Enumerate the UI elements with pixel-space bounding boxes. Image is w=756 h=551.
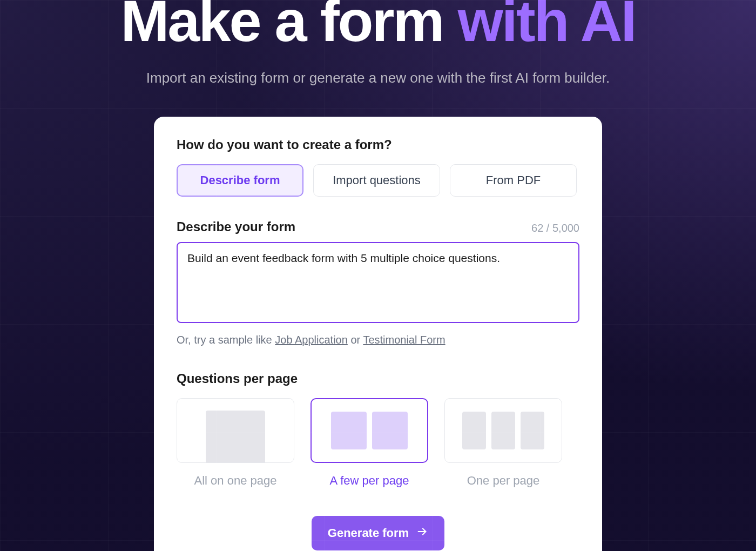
describe-label: Describe your form bbox=[177, 219, 295, 234]
layout-shape bbox=[491, 412, 515, 449]
questions-per-page-label: Questions per page bbox=[177, 371, 579, 386]
tab-from-pdf[interactable]: From PDF bbox=[450, 164, 577, 197]
hero: Make a form with AI Import an existing f… bbox=[0, 0, 756, 86]
layout-shape bbox=[462, 412, 486, 449]
layout-shape bbox=[331, 412, 367, 449]
page-subtitle: Import an existing form or generate a ne… bbox=[0, 70, 756, 86]
layout-shape bbox=[372, 412, 408, 449]
cta-row: Generate form bbox=[177, 516, 579, 550]
create-method-tabs: Describe form Import questions From PDF bbox=[177, 164, 579, 197]
arrow-right-icon bbox=[416, 526, 428, 541]
title-accent: with AI bbox=[458, 0, 636, 53]
form-builder-card: How do you want to create a form? Descri… bbox=[154, 117, 602, 551]
char-count: 62 / 5,000 bbox=[531, 222, 579, 234]
title-plain: Make a form bbox=[120, 0, 457, 53]
generate-form-button[interactable]: Generate form bbox=[312, 516, 444, 550]
layout-caption-one: One per page bbox=[444, 474, 562, 488]
generate-form-label: Generate form bbox=[328, 526, 409, 540]
sample-hint: Or, try a sample like Job Application or… bbox=[177, 334, 579, 346]
sample-link-job-application[interactable]: Job Application bbox=[275, 334, 348, 346]
describe-field-header: Describe your form 62 / 5,000 bbox=[177, 219, 579, 234]
describe-input[interactable]: Build an event feedback form with 5 mult… bbox=[177, 242, 579, 323]
layout-caption-all: All on one page bbox=[177, 474, 294, 488]
layout-caption-few: A few per page bbox=[310, 474, 428, 488]
page-title: Make a form with AI bbox=[0, 0, 756, 47]
hint-sep: or bbox=[348, 334, 363, 346]
layout-shape bbox=[521, 412, 544, 449]
layout-thumb-all bbox=[177, 398, 294, 463]
tab-describe-form[interactable]: Describe form bbox=[177, 164, 303, 197]
hint-prefix: Or, try a sample like bbox=[177, 334, 275, 346]
layout-option-few-per-page[interactable]: A few per page bbox=[310, 398, 428, 488]
layout-thumb-few bbox=[310, 398, 428, 463]
layout-option-all-one-page[interactable]: All on one page bbox=[177, 398, 294, 488]
layout-thumb-one bbox=[444, 398, 562, 463]
create-method-label: How do you want to create a form? bbox=[177, 137, 579, 152]
sample-link-testimonial-form[interactable]: Testimonial Form bbox=[363, 334, 445, 346]
layout-shape bbox=[206, 411, 265, 462]
tab-import-questions[interactable]: Import questions bbox=[313, 164, 440, 197]
layout-option-one-per-page[interactable]: One per page bbox=[444, 398, 562, 488]
layout-options: All on one page A few per page One per p… bbox=[177, 398, 579, 488]
